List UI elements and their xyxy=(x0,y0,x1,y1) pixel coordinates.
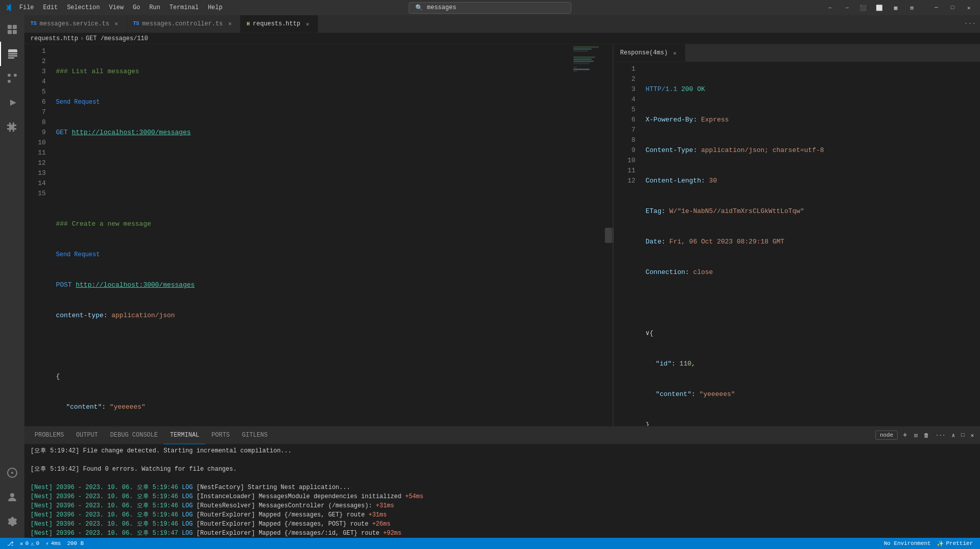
resp-line-2: X-Powered-By: Express xyxy=(646,115,980,125)
code-line-1: ### List all messages xyxy=(56,67,571,77)
editor-resizer[interactable] xyxy=(612,44,614,426)
terminal-section: PROBLEMS OUTPUT DEBUG CONSOLE TERMINAL P… xyxy=(24,426,980,538)
code-content: 1 2 3 4 5 6 7 8 9 10 11 12 13 xyxy=(24,44,612,426)
activity-remote[interactable] xyxy=(0,461,24,485)
editor-scrollbar[interactable] xyxy=(605,228,612,243)
status-right: No Environment ✨ Prettier xyxy=(881,538,976,549)
close-button[interactable]: ✕ xyxy=(962,3,976,13)
terminal-tab-problems[interactable]: PROBLEMS xyxy=(28,426,70,444)
tab-messages-service[interactable]: TS messages.service.ts ✕ xyxy=(24,15,127,33)
send-request-1[interactable]: Send Request xyxy=(56,97,571,107)
menu-edit[interactable]: Edit xyxy=(39,3,62,12)
svg-rect-2 xyxy=(8,30,12,34)
activity-source-control[interactable] xyxy=(0,66,24,90)
svg-point-8 xyxy=(11,472,13,474)
term-nest-5: [Nest] 20396 - 2023. 10. 06. 오후 5:19:46 … xyxy=(30,520,974,529)
title-bar-center: 🔍 messages xyxy=(157,2,823,14)
layout3-button[interactable]: ▦ xyxy=(889,3,903,13)
terminal-content[interactable]: [오후 5:19:42] File change detected. Start… xyxy=(24,444,980,538)
terminal-split-button[interactable]: ⊡ xyxy=(912,432,920,439)
svg-marker-7 xyxy=(10,100,16,106)
status-no-environment[interactable]: No Environment xyxy=(881,538,934,549)
layout2-button[interactable]: ⬜ xyxy=(872,3,886,13)
activity-explorer[interactable] xyxy=(0,17,24,42)
response-tab-close[interactable]: ✕ xyxy=(671,49,679,57)
status-git-branch[interactable]: ⎇ xyxy=(4,538,17,549)
term-nest-6: [Nest] 20396 - 2023. 10. 06. 오후 5:19:47 … xyxy=(30,529,974,538)
terminal-tab-terminal[interactable]: TERMINAL xyxy=(164,426,205,444)
ts-icon: TS xyxy=(30,21,37,26)
tab-close-service[interactable]: ✕ xyxy=(112,20,120,28)
send-request-2[interactable]: Send Request xyxy=(56,250,571,260)
response-tab[interactable]: Response(4ms) ✕ xyxy=(614,44,685,62)
svg-rect-1 xyxy=(13,25,17,29)
terminal-tab-gitlens[interactable]: GITLENS xyxy=(236,426,273,444)
breadcrumb: requests.http › GET /messages/110 xyxy=(24,33,980,44)
status-prettier[interactable]: ✨ Prettier xyxy=(934,538,976,549)
code-line-8: POST http://localhost:3000/messages xyxy=(56,280,571,290)
code-line-12: "content": "yeeeees" xyxy=(56,402,571,412)
terminal-tab-output[interactable]: OUTPUT xyxy=(70,426,104,444)
maximize-button[interactable]: □ xyxy=(945,3,960,13)
tab-overflow-menu[interactable]: ··· xyxy=(960,15,980,33)
status-errors[interactable]: ✕ 0 ⚠ 0 xyxy=(17,538,42,549)
title-bar-right: ← → ⬛ ⬜ ▦ ⊞ ─ □ ✕ xyxy=(823,3,976,13)
menu-file[interactable]: File xyxy=(15,3,38,12)
terminal-tab-right: node + ⊡ 🗑 ··· ∧ □ ✕ xyxy=(875,431,976,440)
layout-button[interactable]: ⬛ xyxy=(856,3,870,13)
activity-debug[interactable] xyxy=(0,90,24,115)
activity-extensions[interactable] xyxy=(0,115,24,139)
timing-icon: ⚡ xyxy=(45,540,49,547)
menu-selection[interactable]: Selection xyxy=(63,3,104,12)
resp-line-5: ETag: W/"1e-NabN5//aidTmXrsCLGkWttLoTqw" xyxy=(646,206,980,217)
title-bar-left: File Edit Selection View Go Run Terminal… xyxy=(4,3,157,12)
tab-close-requests[interactable]: ✕ xyxy=(303,20,312,28)
tab-bar: TS messages.service.ts ✕ TS messages.con… xyxy=(24,15,980,33)
term-nest-4: [Nest] 20396 - 2023. 10. 06. 오후 5:19:46 … xyxy=(30,510,974,520)
line-numbers: 1 2 3 4 5 6 7 8 9 10 11 12 13 xyxy=(24,44,50,426)
breadcrumb-section[interactable]: GET /messages/110 xyxy=(86,35,148,42)
layout4-button[interactable]: ⊞ xyxy=(905,3,919,13)
activity-settings[interactable] xyxy=(0,509,24,534)
nav-back-button[interactable]: ← xyxy=(823,3,838,13)
svg-point-4 xyxy=(8,74,11,77)
terminal-close-button[interactable]: ✕ xyxy=(968,432,976,439)
code-line-5 xyxy=(56,189,571,199)
svg-point-9 xyxy=(10,493,14,497)
terminal-maximize-button[interactable]: ∧ xyxy=(950,432,957,439)
editor-area: TS messages.service.ts ✕ TS messages.con… xyxy=(24,15,980,538)
terminal-tab-ports[interactable]: PORTS xyxy=(205,426,236,444)
svg-rect-0 xyxy=(8,25,12,29)
tab-messages-controller[interactable]: TS messages.controller.ts ✕ xyxy=(127,15,240,33)
tab-label-requests: requests.http xyxy=(253,20,300,27)
tab-close-controller[interactable]: ✕ xyxy=(226,20,234,28)
search-text: messages xyxy=(427,4,456,11)
minimize-button[interactable]: ─ xyxy=(929,3,943,13)
svg-point-6 xyxy=(8,80,11,83)
terminal-tab-debug[interactable]: DEBUG CONSOLE xyxy=(104,426,164,444)
status-timing[interactable]: ⚡ 4ms xyxy=(42,538,64,549)
terminal-add-button[interactable]: + xyxy=(900,431,910,439)
menu-view[interactable]: View xyxy=(105,3,128,12)
editor-panes: 1 2 3 4 5 6 7 8 9 10 11 12 13 xyxy=(24,44,980,426)
breadcrumb-file[interactable]: requests.http xyxy=(30,35,78,42)
terminal-restore-button[interactable]: □ xyxy=(959,432,967,438)
tab-label-controller: messages.controller.ts xyxy=(142,20,223,27)
activity-accounts[interactable] xyxy=(0,485,24,509)
vscode-logo-icon xyxy=(4,4,12,12)
main-layout: TS messages.service.ts ✕ TS messages.con… xyxy=(0,15,980,538)
activity-search[interactable] xyxy=(0,42,24,66)
term-nest-1: [Nest] 20396 - 2023. 10. 06. 오후 5:19:46 … xyxy=(30,483,974,492)
activity-bar-bottom xyxy=(0,461,24,534)
term-line-1: [오후 5:19:42] File change detected. Start… xyxy=(30,446,974,455)
nav-forward-button[interactable]: → xyxy=(840,3,854,13)
menu-go[interactable]: Go xyxy=(129,3,144,12)
tab-requests-http[interactable]: H requests.http ✕ xyxy=(240,15,318,33)
minimap-lines xyxy=(571,44,612,75)
terminal-trash-button[interactable]: 🗑 xyxy=(922,432,931,439)
code-editor[interactable]: 1 2 3 4 5 6 7 8 9 10 11 12 13 xyxy=(24,44,612,426)
global-search-bar[interactable]: 🔍 messages xyxy=(409,2,571,14)
status-filesize[interactable]: 200 B xyxy=(64,538,87,549)
resp-line-7: Connection: close xyxy=(646,267,980,278)
terminal-more-button[interactable]: ··· xyxy=(933,432,947,438)
